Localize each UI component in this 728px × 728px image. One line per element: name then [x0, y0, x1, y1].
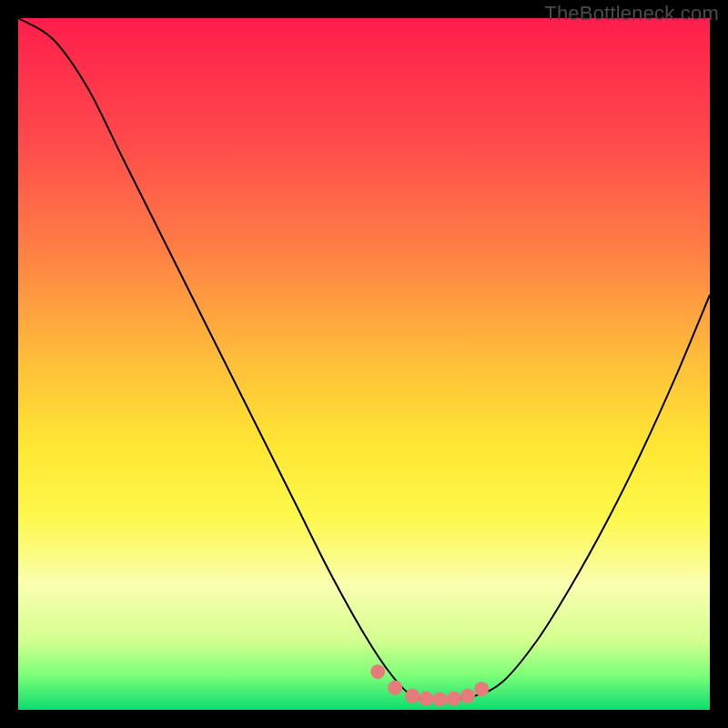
optimal-marker [370, 664, 385, 679]
optimal-marker [405, 689, 420, 703]
optimal-marker [460, 689, 475, 703]
optimal-marker [433, 693, 448, 707]
optimal-marker [388, 681, 402, 695]
curve-layer [18, 18, 710, 710]
chart-frame: TheBottleneck.com [0, 0, 728, 728]
bottleneck-curve [18, 18, 710, 700]
optimal-marker [419, 692, 433, 706]
optimal-marker [474, 682, 489, 696]
optimal-marker [447, 692, 461, 706]
watermark-text: TheBottleneck.com [544, 2, 719, 25]
